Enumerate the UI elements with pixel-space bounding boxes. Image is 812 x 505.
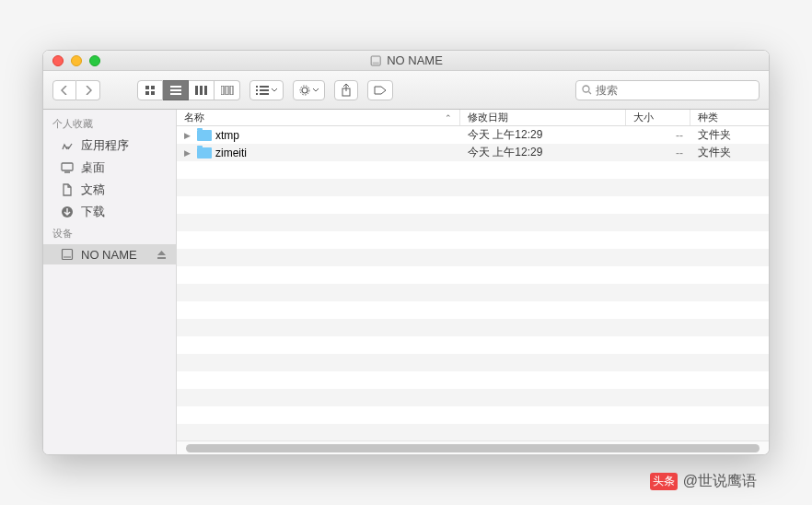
svg-rect-2 [145,86,149,89]
table-row [177,424,769,440]
table-row [177,389,769,406]
forward-button[interactable] [76,80,100,100]
disk-icon [60,247,75,262]
svg-rect-16 [260,86,269,88]
column-date[interactable]: 修改日期 [460,110,626,125]
disclosure-triangle-icon[interactable]: ▶ [184,148,193,158]
sidebar-item-label: 下载 [81,204,105,220]
traffic-lights [52,55,100,66]
chevron-right-icon [85,86,92,95]
watermark: 头条 @世说鹰语 [650,472,757,491]
cell-date: 今天 上午12:29 [460,127,626,143]
watermark-icon: 头条 [650,473,678,490]
table-row [177,266,769,284]
table-row [177,231,769,249]
cell-name: ▶zimeiti [177,147,460,159]
svg-rect-3 [151,86,155,89]
table-row [177,354,769,371]
view-mode-segment [137,80,240,100]
table-row [177,406,769,424]
column-name[interactable]: 名称⌃ [177,110,460,125]
sidebar-item-label: 桌面 [81,159,105,176]
sidebar-item[interactable]: NO NAME [43,244,176,264]
table-row[interactable]: ▶xtmp今天 上午12:29--文件夹 [177,126,769,144]
svg-rect-5 [151,91,155,95]
back-button[interactable] [52,80,76,100]
action-button[interactable] [293,80,325,100]
svg-rect-20 [260,93,269,95]
svg-rect-30 [64,256,71,258]
sidebar-item[interactable]: 应用程序 [43,135,176,157]
svg-rect-1 [373,62,379,64]
titlebar[interactable]: NO NAME [43,51,769,71]
rows-container[interactable]: ▶xtmp今天 上午12:29--文件夹▶zimeiti今天 上午12:29--… [177,126,769,440]
gallery-icon [221,86,234,95]
content-area: 个人收藏应用程序桌面文稿下载设备NO NAME 名称⌃ 修改日期 大小 种类 ▶… [43,110,769,454]
svg-rect-6 [170,86,181,88]
table-row [177,196,769,214]
svg-rect-10 [200,86,203,95]
svg-rect-9 [195,86,198,95]
window-title: NO NAME [369,53,443,67]
icon-view-button[interactable] [137,80,163,100]
table-row [177,284,769,301]
table-row [177,161,769,179]
file-name: zimeiti [215,147,247,159]
svg-rect-4 [145,91,149,95]
cell-size: -- [626,147,690,159]
grid-icon [145,85,156,96]
scrollbar-thumb[interactable] [186,444,760,452]
sidebar-section-header: 个人收藏 [43,113,176,135]
column-size[interactable]: 大小 [626,110,690,125]
eject-icon[interactable] [157,250,167,260]
maximize-button[interactable] [89,55,100,66]
gallery-view-button[interactable] [215,80,240,100]
svg-point-24 [583,86,589,92]
search-field[interactable] [575,80,760,100]
svg-rect-26 [62,163,73,170]
column-headers: 名称⌃ 修改日期 大小 种类 [177,110,769,126]
tags-button[interactable] [367,80,393,100]
close-button[interactable] [52,55,64,66]
column-view-button[interactable] [189,80,215,100]
nav-buttons [52,80,100,100]
chevron-left-icon [61,86,68,95]
cell-kind: 文件夹 [690,127,769,143]
minimize-button[interactable] [71,55,82,66]
share-button[interactable] [334,80,358,100]
table-row [177,179,769,196]
arrange-button[interactable] [249,80,284,100]
svg-line-25 [589,92,592,95]
chevron-down-icon [313,88,319,92]
svg-rect-19 [256,93,258,95]
disk-icon [369,54,382,67]
table-row [177,249,769,266]
svg-rect-13 [226,86,228,95]
docs-icon [60,182,75,197]
sidebar-item[interactable]: 文稿 [43,179,176,201]
svg-rect-18 [260,89,269,91]
column-kind[interactable]: 种类 [690,110,769,125]
sidebar-item[interactable]: 下载 [43,201,176,223]
tag-icon [374,86,387,95]
svg-rect-11 [204,86,207,95]
table-row[interactable]: ▶zimeiti今天 上午12:29--文件夹 [177,144,769,161]
share-icon [341,84,352,97]
finder-window: NO NAME 个人收藏应用程序桌面文稿下载设备NO NAME 名称⌃ [42,50,770,455]
sidebar-item[interactable]: 桌面 [43,157,176,179]
svg-rect-7 [170,89,181,91]
table-row [177,371,769,389]
cell-name: ▶xtmp [177,129,460,142]
disclosure-triangle-icon[interactable]: ▶ [184,131,193,140]
svg-rect-15 [256,86,258,88]
desktop-icon [60,160,75,175]
folder-icon [197,130,212,141]
search-icon [582,85,592,95]
arrange-icon [256,86,269,95]
search-input[interactable] [596,84,753,97]
sidebar-item-label: NO NAME [81,248,137,262]
file-name: xtmp [215,129,239,142]
list-view-button[interactable] [163,80,189,100]
svg-point-21 [302,88,307,93]
horizontal-scrollbar[interactable] [177,440,769,454]
